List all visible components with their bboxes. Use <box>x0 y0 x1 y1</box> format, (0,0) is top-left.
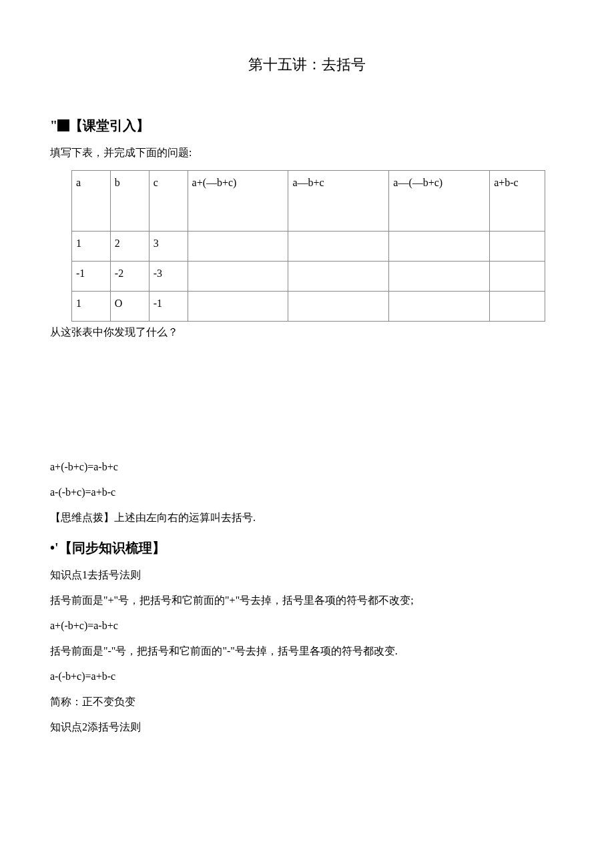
kp1-title: 知识点1去括号法则 <box>50 567 564 583</box>
cell[interactable] <box>288 232 389 262</box>
kp1-short: 简称：正不变负变 <box>50 694 564 710</box>
kp1-eq2: a-(-b+c)=a+b-c <box>50 669 564 685</box>
section1-heading: "【课堂引入】 <box>50 115 564 135</box>
fill-table: a b c a+(—b+c) a—b+c a—(—b+c) a+b-c 1 2 … <box>71 170 545 322</box>
thinking-hint: 【思维点拨】上述由左向右的运算叫去括号. <box>50 510 564 526</box>
cell[interactable]: 1 <box>72 292 111 322</box>
cell[interactable] <box>188 232 288 262</box>
cell[interactable] <box>389 232 490 262</box>
cell[interactable] <box>490 262 545 292</box>
th-a: a <box>72 171 111 232</box>
cell[interactable]: -3 <box>149 262 188 292</box>
cell[interactable] <box>389 262 490 292</box>
th-c: c <box>149 171 188 232</box>
th-g: a+b-c <box>490 171 545 232</box>
heading1-prefix: " <box>50 118 57 133</box>
heading2-prefix: •' <box>50 540 59 555</box>
page-title: 第十五讲：去括号 <box>50 53 564 75</box>
table-row: 1 O -1 <box>72 292 545 322</box>
cell[interactable]: -1 <box>72 262 111 292</box>
cell[interactable] <box>188 292 288 322</box>
kp1-line1: 括号前面是"+"号，把括号和它前面的"+"号去掉，括号里各项的符号都不改变; <box>50 592 564 608</box>
equation-1: a+(-b+c)=a-b+c <box>50 459 564 475</box>
cell[interactable]: -1 <box>149 292 188 322</box>
th-b: b <box>110 171 149 232</box>
cell[interactable] <box>490 232 545 262</box>
cell[interactable] <box>389 292 490 322</box>
cell[interactable] <box>490 292 545 322</box>
equation-2: a-(-b+c)=a+b-c <box>50 484 564 500</box>
heading1-text: 【课堂引入】 <box>69 118 149 133</box>
cell[interactable] <box>188 262 288 292</box>
cell[interactable]: 1 <box>72 232 111 262</box>
kp2-title: 知识点2添括号法则 <box>50 719 564 735</box>
section1-followup: 从这张表中你发现了什么？ <box>50 324 564 340</box>
th-e: a—b+c <box>288 171 389 232</box>
cell[interactable] <box>288 262 389 292</box>
blank-space <box>50 350 564 450</box>
kp1-line2: 括号前面是"-"号，把括号和它前面的"-"号去掉，括号里各项的符号都改变. <box>50 643 564 659</box>
cell[interactable]: -2 <box>110 262 149 292</box>
table-row: -1 -2 -3 <box>72 262 545 292</box>
th-d: a+(—b+c) <box>188 171 288 232</box>
table-row: 1 2 3 <box>72 232 545 262</box>
heading2-text: 【同步知识梳理】 <box>59 540 166 555</box>
th-f: a—(—b+c) <box>389 171 490 232</box>
table-header-row: a b c a+(—b+c) a—b+c a—(—b+c) a+b-c <box>72 171 545 232</box>
section2-heading: •'【同步知识梳理】 <box>50 538 564 558</box>
cell[interactable]: 3 <box>149 232 188 262</box>
cell[interactable] <box>288 292 389 322</box>
cell[interactable]: O <box>110 292 149 322</box>
block-icon <box>57 119 69 131</box>
section1-intro: 填写下表，并完成下面的问题: <box>50 145 564 161</box>
cell[interactable]: 2 <box>110 232 149 262</box>
kp1-eq1: a+(-b+c)=a-b+c <box>50 618 564 634</box>
